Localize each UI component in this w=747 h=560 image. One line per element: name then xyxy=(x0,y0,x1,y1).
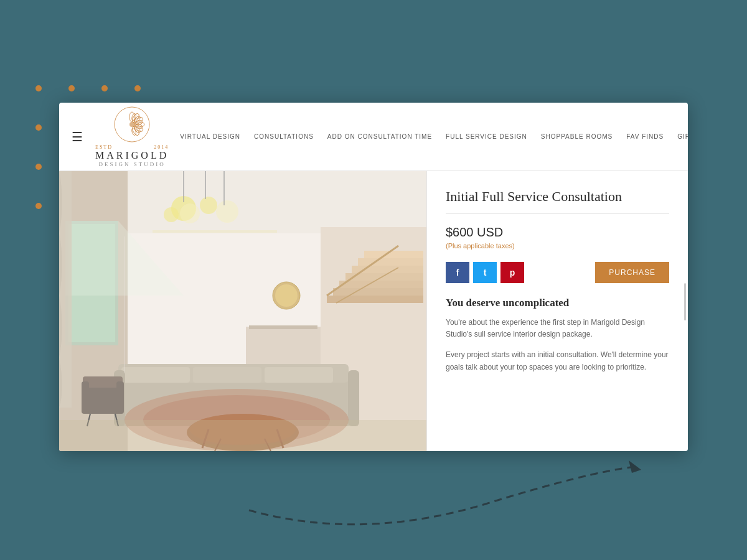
svg-rect-24 xyxy=(333,288,423,296)
svg-rect-65 xyxy=(59,420,426,451)
svg-rect-47 xyxy=(193,367,261,383)
svg-rect-23 xyxy=(327,296,423,303)
nav-item-add-on-consultation[interactable]: ADD ON CONSULTATION TIME xyxy=(322,131,437,142)
header-left: ☰ xyxy=(72,106,169,167)
hamburger-menu[interactable]: ☰ xyxy=(72,131,83,143)
logo[interactable]: ESTD 2014 MARIGOLD DESIGN STUDIO xyxy=(95,106,169,167)
svg-point-14 xyxy=(129,122,134,127)
svg-point-38 xyxy=(164,207,179,222)
product-tax: (Plus applicable taxes) xyxy=(446,242,669,250)
svg-rect-50 xyxy=(348,370,359,426)
bg-dot xyxy=(35,164,42,170)
bg-dot xyxy=(68,85,75,91)
svg-rect-61 xyxy=(82,381,89,414)
logo-text: ESTD 2014 MARIGOLD DESIGN STUDIO xyxy=(95,144,169,167)
product-description-2: Every project starts with an initial con… xyxy=(446,349,669,373)
twitter-share-button[interactable]: t xyxy=(473,262,497,283)
svg-rect-29 xyxy=(364,251,423,258)
browser-window: ☰ xyxy=(59,103,688,451)
svg-point-43 xyxy=(275,284,298,307)
product-description-1: You're about the experience the first st… xyxy=(446,317,669,340)
svg-rect-28 xyxy=(358,258,423,266)
svg-rect-62 xyxy=(116,381,124,414)
nav-item-shoppable-rooms[interactable]: SHOPPABLE ROOMS xyxy=(536,131,618,142)
svg-point-36 xyxy=(200,197,217,214)
logo-estd: ESTD 2014 xyxy=(95,144,169,150)
svg-rect-33 xyxy=(249,325,317,329)
logo-subtitle: DESIGN STUDIO xyxy=(95,161,169,167)
product-title: Initial Full Service Consultation xyxy=(446,189,669,214)
logo-flower-icon xyxy=(113,106,151,143)
svg-rect-48 xyxy=(265,367,333,383)
logo-name: MARIGOLD xyxy=(95,150,169,161)
nav-item-virtual-design[interactable]: VIRTUAL DESIGN xyxy=(175,131,245,142)
svg-rect-27 xyxy=(352,266,423,273)
social-buttons: f t p xyxy=(446,262,524,283)
pinterest-share-button[interactable]: p xyxy=(500,262,524,283)
nav-item-gift-certificates[interactable]: GIFT CERTIFICATES xyxy=(672,131,688,142)
interior-scene-svg xyxy=(59,171,426,451)
site-navigation: VIRTUAL DESIGN CONSULTATIONS ADD ON CONS… xyxy=(169,124,688,149)
svg-rect-68 xyxy=(153,230,277,233)
social-purchase-row: f t p PURCHASE xyxy=(446,262,669,283)
nav-item-full-service-design[interactable]: FULL SERVICE DESIGN xyxy=(441,131,532,142)
product-price: $600 USD xyxy=(446,225,669,240)
svg-rect-67 xyxy=(125,236,125,373)
dashed-arrow-decoration xyxy=(237,454,660,529)
product-image xyxy=(59,171,426,451)
bg-dot xyxy=(35,203,42,209)
main-content: Initial Full Service Consultation $600 U… xyxy=(59,171,688,451)
bg-dot xyxy=(35,124,42,131)
site-header: ☰ xyxy=(59,103,688,171)
nav-item-consultations[interactable]: CONSULTATIONS xyxy=(249,131,319,142)
bg-dot xyxy=(35,85,42,91)
svg-point-13 xyxy=(131,128,137,136)
purchase-button[interactable]: PURCHASE xyxy=(595,262,669,283)
svg-rect-25 xyxy=(339,281,423,288)
svg-point-37 xyxy=(216,200,238,223)
bg-dot xyxy=(101,85,108,91)
svg-rect-46 xyxy=(121,367,190,383)
nav-item-fav-finds[interactable]: FAV FINDS xyxy=(621,131,669,142)
scroll-indicator xyxy=(684,283,686,320)
bg-dot xyxy=(134,85,141,91)
product-tagline: You deserve uncomplicated xyxy=(446,297,669,309)
svg-marker-0 xyxy=(629,460,641,473)
svg-point-35 xyxy=(180,203,200,223)
product-panel: Initial Full Service Consultation $600 U… xyxy=(426,171,688,451)
facebook-share-button[interactable]: f xyxy=(446,262,469,283)
